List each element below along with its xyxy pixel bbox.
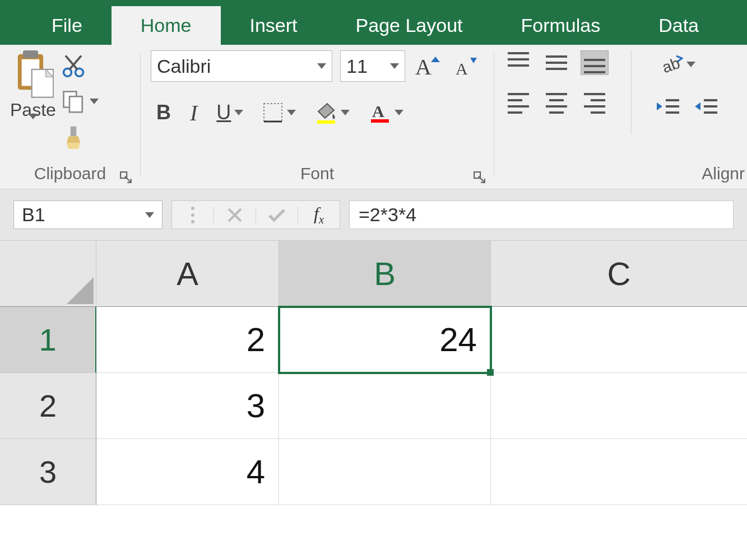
- chevron-down-icon: [234, 110, 243, 115]
- fill-color-button[interactable]: [309, 99, 355, 127]
- svg-rect-1: [23, 50, 38, 58]
- borders-button[interactable]: [257, 99, 301, 127]
- font-launcher[interactable]: [474, 169, 486, 181]
- formula-options-button[interactable]: [172, 205, 214, 225]
- increase-font-icon: A: [415, 53, 442, 79]
- paste-icon: [12, 50, 54, 99]
- borders-icon: [262, 102, 284, 123]
- cell-B2[interactable]: [279, 373, 491, 439]
- row-header-1[interactable]: 1: [0, 307, 96, 373]
- insert-function-button[interactable]: fx: [298, 203, 340, 226]
- align-middle-button[interactable]: [542, 50, 570, 75]
- svg-rect-10: [71, 127, 77, 137]
- italic-button[interactable]: I: [184, 99, 203, 127]
- x-icon: [226, 207, 243, 223]
- tab-page-layout[interactable]: Page Layout: [327, 6, 492, 45]
- name-box[interactable]: B1: [13, 200, 163, 229]
- cancel-formula-button[interactable]: [214, 207, 256, 223]
- column-header-C[interactable]: C: [491, 241, 747, 307]
- formula-input[interactable]: =2*3*4: [349, 200, 734, 229]
- format-painter-button[interactable]: [61, 124, 100, 150]
- fx-icon: fx: [314, 203, 324, 226]
- align-left-button[interactable]: [504, 91, 532, 115]
- scissors-icon: [62, 54, 85, 77]
- formula-bar: B1 fx =2*3*4: [0, 189, 747, 241]
- spreadsheet-grid: A B C 1 2 24 2 3 3 4: [0, 241, 747, 505]
- font-group-label: Font: [300, 164, 334, 183]
- cell-C1[interactable]: [491, 307, 747, 373]
- select-all-triangle-icon: [66, 276, 95, 305]
- align-bottom-icon: [584, 52, 605, 73]
- bold-button[interactable]: B: [151, 99, 177, 127]
- align-top-button[interactable]: [504, 50, 532, 75]
- svg-rect-18: [371, 119, 389, 123]
- svg-rect-14: [264, 104, 282, 122]
- increase-font-size-button[interactable]: A: [413, 51, 444, 81]
- increase-indent-button[interactable]: [692, 94, 720, 119]
- svg-rect-16: [317, 120, 335, 124]
- row-header-3[interactable]: 3: [0, 439, 96, 505]
- align-right-icon: [584, 93, 605, 114]
- row-header-2[interactable]: 2: [0, 373, 96, 439]
- font-size-combo[interactable]: 11: [340, 50, 405, 82]
- tab-file[interactable]: File: [22, 6, 112, 45]
- cell-C2[interactable]: [491, 373, 747, 439]
- svg-text:A: A: [415, 54, 432, 79]
- svg-point-28: [191, 213, 194, 217]
- font-color-button[interactable]: A: [363, 99, 409, 127]
- dialog-launcher-icon: [474, 171, 486, 184]
- align-left-icon: [508, 93, 529, 114]
- cell-A2[interactable]: 3: [96, 373, 279, 439]
- clipboard-group-label: Clipboard: [34, 164, 106, 183]
- cut-button[interactable]: [61, 53, 100, 78]
- paste-dropdown[interactable]: [29, 119, 38, 129]
- ribbon-tabs: File Home Insert Page Layout Formulas Da…: [0, 0, 747, 45]
- alignment-group-label: Alignr: [702, 164, 745, 183]
- tab-data[interactable]: Data: [629, 6, 728, 45]
- column-header-A[interactable]: A: [96, 241, 279, 307]
- align-center-button[interactable]: [542, 91, 570, 115]
- brush-icon: [62, 125, 85, 149]
- chevron-down-icon: [317, 63, 326, 69]
- decrease-indent-icon: [656, 96, 680, 117]
- align-middle-icon: [546, 52, 567, 73]
- tab-home[interactable]: Home: [112, 6, 221, 45]
- cell-A3[interactable]: 4: [96, 439, 279, 505]
- tab-formulas[interactable]: Formulas: [491, 6, 629, 45]
- chevron-down-icon: [90, 99, 99, 104]
- chevron-down-icon: [145, 212, 154, 218]
- align-center-icon: [546, 93, 567, 114]
- underline-button[interactable]: U: [211, 99, 249, 127]
- enter-formula-button[interactable]: [256, 208, 298, 222]
- bucket-icon: [315, 101, 337, 124]
- tab-insert[interactable]: Insert: [221, 6, 327, 45]
- align-top-icon: [508, 52, 529, 73]
- dialog-launcher-icon: [120, 171, 132, 184]
- cell-B1[interactable]: 24: [279, 307, 491, 373]
- svg-point-27: [191, 207, 194, 210]
- font-name-combo[interactable]: Calibri: [151, 50, 332, 82]
- svg-rect-9: [69, 96, 82, 112]
- align-bottom-button[interactable]: [581, 50, 609, 75]
- select-all-button[interactable]: [0, 241, 96, 307]
- chevron-down-icon: [390, 63, 399, 69]
- copy-button[interactable]: [61, 88, 100, 114]
- check-icon: [267, 208, 286, 222]
- svg-text:A: A: [372, 102, 384, 120]
- orientation-button[interactable]: ab: [654, 50, 701, 78]
- column-header-B[interactable]: B: [279, 241, 491, 307]
- chevron-down-icon: [287, 110, 296, 115]
- cell-C3[interactable]: [491, 439, 747, 505]
- clipboard-launcher[interactable]: [120, 169, 132, 181]
- svg-point-29: [191, 220, 194, 223]
- align-right-button[interactable]: [581, 91, 609, 115]
- paste-button[interactable]: Paste: [10, 50, 61, 129]
- font-color-icon: A: [369, 101, 391, 124]
- cell-B3[interactable]: [279, 439, 491, 505]
- decrease-font-size-button[interactable]: A: [452, 51, 482, 81]
- decrease-indent-button[interactable]: [654, 94, 682, 119]
- chevron-down-icon: [686, 62, 695, 67]
- cell-A1[interactable]: 2: [96, 307, 279, 373]
- dots-icon: [189, 205, 196, 225]
- chevron-down-icon: [395, 110, 403, 115]
